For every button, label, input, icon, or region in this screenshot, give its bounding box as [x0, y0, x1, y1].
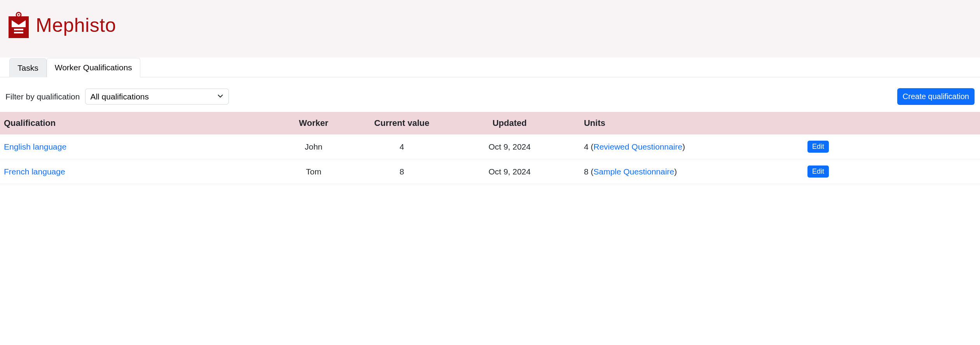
col-header-updated: Updated	[451, 112, 568, 134]
qualification-link[interactable]: English language	[4, 142, 66, 151]
qualification-link[interactable]: French language	[4, 167, 65, 176]
worker-cell: Tom	[274, 159, 353, 184]
svg-rect-4	[14, 32, 23, 33]
edit-button[interactable]: Edit	[807, 166, 829, 178]
tab-tasks[interactable]: Tasks	[9, 58, 47, 77]
worker-cell: John	[274, 134, 353, 159]
header: Mephisto	[0, 0, 980, 57]
create-qualification-button[interactable]: Create qualification	[897, 88, 975, 105]
tab-worker-qualifications[interactable]: Worker Qualifications	[47, 58, 140, 77]
qualifications-table: Qualification Worker Current value Updat…	[0, 112, 980, 184]
col-header-units: Units	[568, 112, 804, 134]
filter-row: Filter by qualification All qualificatio…	[0, 77, 980, 112]
units-link[interactable]: Reviewed Questionnaire	[593, 142, 682, 151]
units-count: 4	[584, 142, 589, 151]
col-header-edit	[804, 112, 980, 134]
svg-point-2	[18, 14, 19, 16]
table-row: English language John 4 Oct 9, 2024 4 (R…	[0, 134, 980, 159]
units-cell: 8 (Sample Questionnaire)	[568, 159, 804, 184]
updated-cell: Oct 9, 2024	[451, 134, 568, 159]
table-row: French language Tom 8 Oct 9, 2024 8 (Sam…	[0, 159, 980, 184]
value-cell: 4	[353, 134, 451, 159]
col-header-current-value: Current value	[353, 112, 451, 134]
updated-cell: Oct 9, 2024	[451, 159, 568, 184]
filter-select[interactable]: All qualifications	[85, 89, 229, 105]
col-header-worker: Worker	[274, 112, 353, 134]
brand-title: Mephisto	[36, 14, 116, 37]
filter-label: Filter by qualification	[5, 92, 80, 101]
mephisto-logo-icon	[7, 12, 30, 39]
value-cell: 8	[353, 159, 451, 184]
edit-button[interactable]: Edit	[807, 141, 829, 153]
tabs: Tasks Worker Qualifications	[0, 57, 980, 77]
col-header-qualification: Qualification	[0, 112, 274, 134]
units-link[interactable]: Sample Questionnaire	[593, 167, 674, 176]
filter-select-wrap: All qualifications	[85, 89, 229, 105]
svg-rect-3	[14, 29, 23, 30]
units-count: 8	[584, 167, 589, 176]
units-cell: 4 (Reviewed Questionnaire)	[568, 134, 804, 159]
